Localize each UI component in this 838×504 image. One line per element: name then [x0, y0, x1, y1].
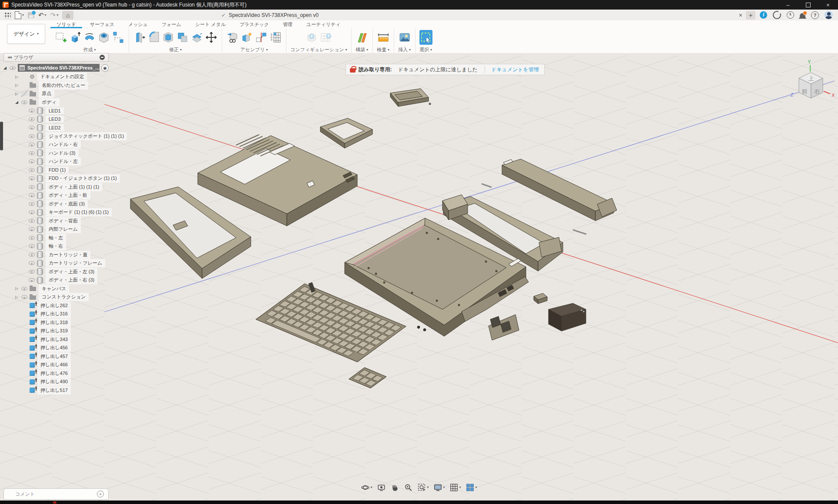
- extensions-bolt-icon[interactable]: [760, 11, 767, 19]
- group-construct-menu[interactable]: 構築▾: [356, 46, 368, 53]
- tree-row[interactable]: ▷原点: [15, 90, 58, 98]
- bom-table-button[interactable]: [269, 30, 282, 45]
- tree-row[interactable]: ▷コンストラクション: [15, 293, 92, 302]
- tab-utilities[interactable]: ユーティリティ: [300, 21, 347, 28]
- tree-row[interactable]: ボディ・上面・前: [23, 191, 94, 200]
- tree-row[interactable]: ジョイスティックポート (1) (1) (1): [23, 132, 130, 141]
- comments-bar[interactable]: コメント +: [3, 488, 109, 500]
- move-button[interactable]: [205, 30, 218, 45]
- user-avatar[interactable]: [825, 11, 833, 19]
- tree-row[interactable]: 押し出し319: [15, 327, 74, 335]
- visibility-eye-icon[interactable]: [28, 277, 36, 283]
- tree-row[interactable]: 軸・左: [23, 234, 70, 242]
- save-button[interactable]: [28, 12, 34, 18]
- tree-row[interactable]: 押し出し316: [15, 310, 74, 318]
- tree-row[interactable]: LED3: [23, 115, 67, 124]
- tree-row[interactable]: LED1: [23, 106, 67, 115]
- tab-solid[interactable]: ソリッド: [50, 21, 82, 28]
- collapse-all-icon[interactable]: [100, 55, 105, 60]
- press-pull-button[interactable]: [133, 30, 146, 45]
- select-button[interactable]: [419, 30, 432, 45]
- visibility-eye-icon[interactable]: [28, 269, 36, 275]
- tree-row[interactable]: 押し出し456: [15, 344, 74, 352]
- tab-manage[interactable]: 管理: [277, 21, 299, 28]
- visibility-eye-icon[interactable]: [21, 90, 28, 97]
- help-icon[interactable]: ?: [811, 11, 819, 19]
- group-insert-menu[interactable]: 挿入▾: [398, 46, 411, 53]
- visibility-eye-icon[interactable]: [28, 158, 36, 165]
- visibility-eye-icon[interactable]: [28, 192, 36, 199]
- tree-row[interactable]: ボディ・底面 (3): [23, 200, 91, 209]
- activate-component-radio[interactable]: ◉: [101, 64, 109, 72]
- tree-row[interactable]: ▷名前の付いたビュー: [15, 81, 92, 90]
- combine-button[interactable]: [176, 30, 189, 45]
- group-configure-menu[interactable]: コンフィギュレーション▾: [290, 46, 347, 53]
- visibility-eye-icon[interactable]: [28, 226, 36, 232]
- tree-row[interactable]: ▷⚙ドキュメントの設定: [15, 73, 90, 81]
- visibility-eye-icon[interactable]: [28, 209, 36, 216]
- viewports-button[interactable]: ▾: [465, 482, 478, 493]
- tree-row[interactable]: ボディ・背面: [23, 217, 84, 225]
- file-menu-button[interactable]: ▾: [15, 11, 24, 19]
- visibility-eye-icon[interactable]: [28, 184, 36, 190]
- visibility-eye-icon[interactable]: [21, 294, 28, 300]
- visibility-eye-icon[interactable]: [28, 116, 36, 123]
- derive-button[interactable]: [226, 30, 239, 45]
- grid-snap-button[interactable]: ▾: [449, 482, 462, 493]
- tree-row[interactable]: 押し出し517: [15, 386, 74, 395]
- visibility-eye-icon[interactable]: [28, 260, 36, 266]
- hole-button[interactable]: [97, 30, 110, 45]
- visibility-eye-icon[interactable]: [28, 141, 36, 148]
- expand-arrow[interactable]: ▷: [15, 295, 21, 299]
- tab-surface[interactable]: サーフェス: [84, 21, 120, 28]
- visibility-eye-icon[interactable]: [28, 252, 36, 258]
- tree-row[interactable]: カートリッジ・蓋: [23, 251, 94, 259]
- insert-canvas-button[interactable]: [398, 30, 411, 45]
- tree-row[interactable]: ◢ボディ: [15, 98, 63, 107]
- expand-arrow[interactable]: ▷: [15, 83, 21, 87]
- pattern-button[interactable]: [112, 30, 125, 45]
- tree-row[interactable]: 内部フレーム: [23, 225, 84, 234]
- job-status-icon[interactable]: [773, 11, 781, 19]
- shell-button[interactable]: [162, 30, 175, 45]
- expand-arrow[interactable]: ▷: [15, 92, 21, 96]
- notifications-bell-icon[interactable]: [800, 13, 805, 18]
- group-select-menu[interactable]: 選択▾: [419, 46, 432, 53]
- expand-arrow[interactable]: ◢: [15, 100, 21, 104]
- offset-face-button[interactable]: [190, 30, 203, 45]
- visibility-eye-icon[interactable]: [21, 99, 28, 106]
- tree-row[interactable]: LED2: [23, 123, 67, 132]
- tree-row[interactable]: ハンドル・左: [23, 157, 84, 166]
- tree-row[interactable]: ボディ・上面 (1) (1) (1): [23, 183, 106, 192]
- extrude-button[interactable]: [69, 30, 82, 45]
- tree-row[interactable]: 押し出し476: [15, 369, 74, 378]
- visibility-eye-icon[interactable]: [28, 218, 36, 224]
- visibility-eye-icon[interactable]: [28, 107, 36, 114]
- visibility-eye-icon[interactable]: [28, 150, 36, 156]
- group-create-menu[interactable]: 作成▾: [83, 46, 96, 53]
- create-sketch-button[interactable]: [54, 30, 67, 45]
- maximize-button[interactable]: [798, 0, 818, 10]
- configure-button[interactable]: [305, 30, 318, 45]
- zoom-window-button[interactable]: ▾: [416, 482, 429, 493]
- tree-row[interactable]: ボディ・上面・左 (3): [23, 268, 101, 276]
- tab-plastic[interactable]: プラスチック: [233, 21, 275, 28]
- tree-row[interactable]: ハンドル (3): [23, 149, 82, 158]
- home-button[interactable]: ⌂: [62, 11, 73, 20]
- orbit-button[interactable]: ▾: [360, 482, 373, 493]
- tree-row[interactable]: 押し出し457: [15, 352, 74, 361]
- tab-sheetmetal[interactable]: シート メタル: [189, 21, 232, 28]
- group-modify-menu[interactable]: 修正▾: [169, 46, 182, 53]
- tree-root-row[interactable]: ◢ SpectraVideo SVI-738XPress_... ◉: [3, 63, 109, 72]
- visibility-eye-icon[interactable]: [28, 124, 36, 131]
- revolve-button[interactable]: [83, 30, 96, 45]
- expand-arrow[interactable]: ▷: [15, 75, 21, 79]
- viewport-canvas[interactable]: 上 前 右 Y X Z: [0, 53, 838, 501]
- visibility-eye-icon[interactable]: [28, 201, 36, 207]
- visibility-eye-icon[interactable]: [28, 243, 36, 249]
- visibility-eye-icon[interactable]: [9, 65, 17, 71]
- visibility-eye-icon[interactable]: [21, 285, 28, 292]
- history-clock-icon[interactable]: [787, 11, 794, 19]
- tree-row[interactable]: 押し出し318: [15, 318, 74, 327]
- expand-arrow[interactable]: ◢: [3, 66, 9, 70]
